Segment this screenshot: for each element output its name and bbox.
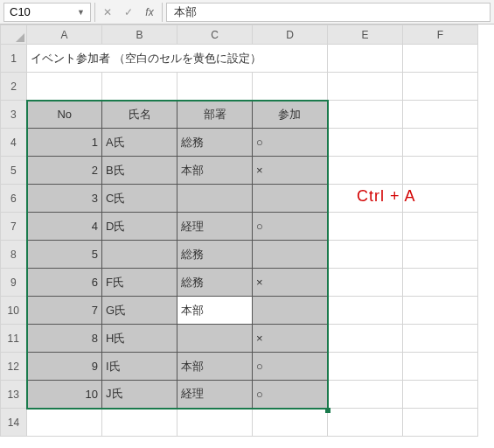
cell-B14[interactable] (102, 409, 177, 437)
th-no[interactable]: No (27, 101, 102, 129)
cell-D6[interactable] (253, 185, 328, 213)
chevron-down-icon[interactable]: ▼ (77, 8, 85, 17)
col-header-B[interactable]: B (102, 25, 177, 45)
cell-E5[interactable] (328, 157, 403, 185)
cell-E13[interactable] (328, 381, 403, 409)
cell-C10-active[interactable]: 本部 (177, 297, 253, 325)
cell-B12[interactable]: I氏 (102, 353, 177, 381)
selection-handle[interactable] (325, 408, 330, 413)
cell-B6[interactable]: C氏 (102, 185, 177, 213)
cell-E14[interactable] (328, 409, 403, 437)
cell-D2[interactable] (253, 73, 328, 101)
cell-F13[interactable] (403, 381, 478, 409)
formula-input[interactable]: 本部 (166, 3, 491, 22)
cell-E11[interactable] (328, 325, 403, 353)
row-header-11[interactable]: 11 (1, 325, 27, 353)
cell-F11[interactable] (403, 325, 478, 353)
cell-B11[interactable]: H氏 (102, 325, 177, 353)
col-header-F[interactable]: F (403, 25, 478, 45)
th-dept[interactable]: 部署 (177, 101, 253, 129)
cell-E1[interactable] (328, 45, 403, 73)
cell-D13[interactable]: ○ (253, 381, 328, 409)
cell-A12[interactable]: 9 (27, 353, 102, 381)
cell-A9[interactable]: 6 (27, 269, 102, 297)
cell-B4[interactable]: A氏 (102, 129, 177, 157)
th-name[interactable]: 氏名 (102, 101, 177, 129)
col-header-E[interactable]: E (328, 25, 403, 45)
cell-C9[interactable]: 総務 (177, 269, 253, 297)
cell-E2[interactable] (328, 73, 403, 101)
cell-A7[interactable]: 4 (27, 213, 102, 241)
cell-D4[interactable]: ○ (253, 129, 328, 157)
row-header-12[interactable]: 12 (1, 353, 27, 381)
row-header-14[interactable]: 14 (1, 409, 27, 437)
cell-C5[interactable]: 本部 (177, 157, 253, 185)
col-header-D[interactable]: D (253, 25, 328, 45)
cell-F5[interactable] (403, 157, 478, 185)
cell-E9[interactable] (328, 269, 403, 297)
row-header-9[interactable]: 9 (1, 269, 27, 297)
row-header-7[interactable]: 7 (1, 213, 27, 241)
cell-F8[interactable] (403, 241, 478, 269)
cell-F10[interactable] (403, 297, 478, 325)
cell-A8[interactable]: 5 (27, 241, 102, 269)
cell-F3[interactable] (403, 101, 478, 129)
cell-C7[interactable]: 経理 (177, 213, 253, 241)
cell-A14[interactable] (27, 409, 102, 437)
cell-A6[interactable]: 3 (27, 185, 102, 213)
cell-D11[interactable]: × (253, 325, 328, 353)
cell-F7[interactable] (403, 213, 478, 241)
row-header-3[interactable]: 3 (1, 101, 27, 129)
cell-F14[interactable] (403, 409, 478, 437)
cell-B7[interactable]: D氏 (102, 213, 177, 241)
worksheet[interactable]: A B C D E F 1 イベント参加者 （空白のセルを黄色に設定） 2 3 … (0, 24, 494, 437)
name-box[interactable]: C10 ▼ (3, 3, 91, 22)
cell-C11[interactable] (177, 325, 253, 353)
cell-C4[interactable]: 総務 (177, 129, 253, 157)
cancel-icon[interactable]: ✕ (101, 6, 115, 18)
cell-F9[interactable] (403, 269, 478, 297)
cell-D8[interactable] (253, 241, 328, 269)
cell-F12[interactable] (403, 353, 478, 381)
cell-D7[interactable]: ○ (253, 213, 328, 241)
cell-C13[interactable]: 経理 (177, 381, 253, 409)
cell-A11[interactable]: 8 (27, 325, 102, 353)
cell-C2[interactable] (177, 73, 253, 101)
cell-F1[interactable] (403, 45, 478, 73)
cell-D5[interactable]: × (253, 157, 328, 185)
cell-E7[interactable] (328, 213, 403, 241)
col-header-C[interactable]: C (177, 25, 253, 45)
cell-C12[interactable]: 本部 (177, 353, 253, 381)
cell-D14[interactable] (253, 409, 328, 437)
row-header-5[interactable]: 5 (1, 157, 27, 185)
row-header-13[interactable]: 13 (1, 381, 27, 409)
cell-A5[interactable]: 2 (27, 157, 102, 185)
cell-E12[interactable] (328, 353, 403, 381)
th-attend[interactable]: 参加 (253, 101, 328, 129)
title-cell[interactable]: イベント参加者 （空白のセルを黄色に設定） (27, 45, 328, 73)
row-header-2[interactable]: 2 (1, 73, 27, 101)
select-all-corner[interactable] (1, 25, 27, 45)
cell-B8[interactable] (102, 241, 177, 269)
row-header-10[interactable]: 10 (1, 297, 27, 325)
cell-E3[interactable] (328, 101, 403, 129)
row-header-1[interactable]: 1 (1, 45, 27, 73)
cell-A2[interactable] (27, 73, 102, 101)
cell-F2[interactable] (403, 73, 478, 101)
cell-B9[interactable]: F氏 (102, 269, 177, 297)
cell-C14[interactable] (177, 409, 253, 437)
row-header-4[interactable]: 4 (1, 129, 27, 157)
cell-E4[interactable] (328, 129, 403, 157)
cell-C6[interactable] (177, 185, 253, 213)
cell-F4[interactable] (403, 129, 478, 157)
cell-A10[interactable]: 7 (27, 297, 102, 325)
cell-A13[interactable]: 10 (27, 381, 102, 409)
grid[interactable]: A B C D E F 1 イベント参加者 （空白のセルを黄色に設定） 2 3 … (0, 24, 478, 437)
cell-E8[interactable] (328, 241, 403, 269)
row-header-6[interactable]: 6 (1, 185, 27, 213)
cell-B13[interactable]: J氏 (102, 381, 177, 409)
cell-B2[interactable] (102, 73, 177, 101)
cell-B5[interactable]: B氏 (102, 157, 177, 185)
cell-B10[interactable]: G氏 (102, 297, 177, 325)
col-header-A[interactable]: A (27, 25, 102, 45)
